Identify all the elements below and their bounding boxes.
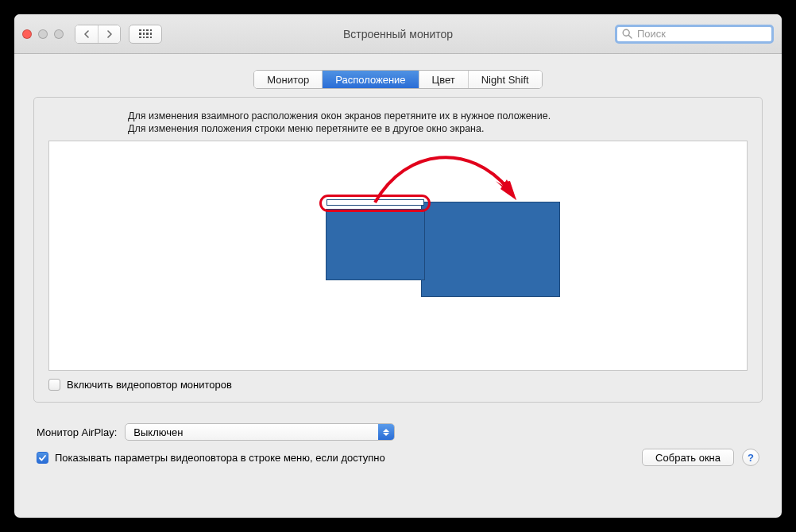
svg-marker-3 — [500, 179, 516, 200]
instruction-line-2: Для изменения положения строки меню пере… — [128, 123, 748, 134]
chevron-left-icon — [83, 30, 90, 38]
minimize-window-button[interactable] — [38, 29, 48, 39]
search-icon — [622, 29, 632, 39]
preferences-window: Встроенный монитор Монитор Расположение … — [14, 14, 782, 518]
zoom-window-button[interactable] — [54, 29, 64, 39]
show-mirror-menu-checkbox[interactable] — [37, 452, 48, 464]
help-button[interactable]: ? — [742, 449, 759, 466]
show-mirror-menu-label: Показывать параметры видеоповтора в стро… — [55, 452, 385, 464]
airplay-dropdown-value: Выключен — [133, 426, 183, 438]
window-controls — [22, 29, 64, 39]
airplay-dropdown[interactable]: Выключен — [125, 423, 395, 441]
mirror-displays-row: Включить видеоповтор мониторов — [48, 379, 748, 391]
mirror-displays-label: Включить видеоповтор мониторов — [67, 379, 232, 391]
instruction-line-1: Для изменения взаимного расположения око… — [128, 110, 748, 121]
display-arrangement-area[interactable] — [48, 141, 748, 371]
display-primary[interactable] — [326, 209, 425, 280]
tabs: Монитор Расположение Цвет Night Shift — [253, 70, 542, 89]
tab-monitor[interactable]: Монитор — [254, 71, 322, 88]
show-mirror-menu-row: Показывать параметры видеоповтора в стро… — [37, 452, 385, 464]
display-secondary[interactable] — [421, 202, 560, 297]
search-field[interactable] — [615, 25, 774, 44]
tab-arrangement[interactable]: Расположение — [322, 71, 418, 88]
chevron-right-icon — [106, 30, 113, 38]
nav-forward-button[interactable] — [98, 25, 120, 43]
airplay-label: Монитор AirPlay: — [37, 426, 117, 438]
titlebar: Встроенный монитор — [14, 14, 782, 54]
gather-windows-button[interactable]: Собрать окна — [642, 449, 734, 466]
close-window-button[interactable] — [22, 29, 32, 39]
show-all-button[interactable] — [129, 25, 162, 44]
svg-line-1 — [628, 35, 632, 38]
stepper-arrows-icon — [378, 424, 394, 440]
preferences-body: Монитор Расположение Цвет Night Shift Дл… — [14, 54, 782, 479]
mirror-displays-checkbox[interactable] — [48, 379, 60, 391]
nav-back-forward — [75, 25, 121, 44]
menu-bar-handle[interactable] — [327, 199, 424, 206]
tab-color[interactable]: Цвет — [419, 71, 468, 88]
nav-back-button[interactable] — [75, 25, 98, 43]
bottom-row: Показывать параметры видеоповтора в стро… — [33, 449, 763, 466]
tab-night-shift[interactable]: Night Shift — [468, 71, 542, 88]
arrangement-panel: Для изменения взаимного расположения око… — [33, 97, 763, 403]
svg-marker-2 — [496, 179, 516, 200]
grid-icon — [139, 29, 152, 39]
search-input[interactable] — [636, 27, 767, 40]
airplay-row: Монитор AirPlay: Выключен — [33, 423, 763, 441]
